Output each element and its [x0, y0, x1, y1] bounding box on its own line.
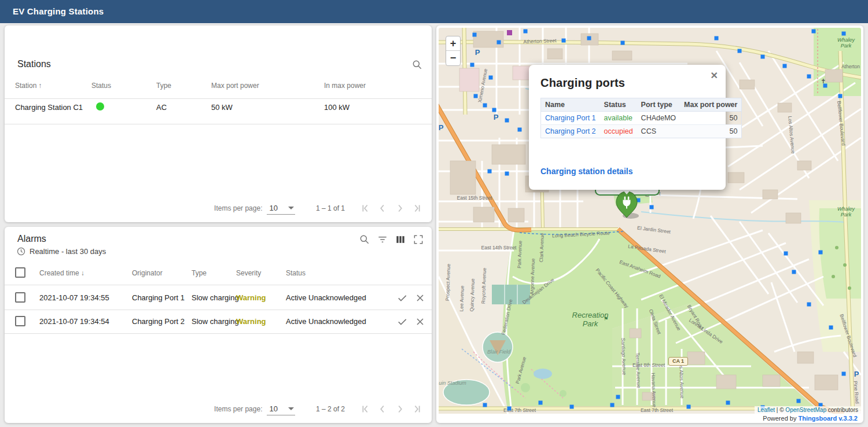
- street-label: Park Avenue: [516, 241, 523, 268]
- street-label: Atherton Street: [523, 38, 556, 45]
- page-size-select[interactable]: 10: [267, 203, 295, 215]
- next-page-button[interactable]: [393, 202, 406, 215]
- port-status: available: [600, 112, 637, 125]
- osm-link[interactable]: OpenStreetMap: [785, 407, 826, 413]
- map-marker-square: [784, 252, 788, 256]
- port-power: 50: [680, 125, 742, 138]
- parking-icon: P: [854, 370, 859, 378]
- map-marker-square: [497, 41, 501, 45]
- street-label: Santiago Avenue: [620, 338, 627, 375]
- col-created-time[interactable]: Created time↓: [39, 269, 84, 277]
- columns-icon[interactable]: [394, 233, 407, 246]
- map-marker-square: [842, 32, 846, 36]
- map-canvas[interactable]: ✝ ⚑ Atherton StreetAthertonXimeno Avenue…: [439, 28, 861, 414]
- street-label: Atherton: [841, 64, 860, 69]
- area-label: Whaley Park: [837, 37, 855, 49]
- ports-table: Name Status Port type Max port power Cha…: [540, 98, 742, 138]
- street-label: Pine Road: [852, 381, 860, 404]
- thingsboard-link[interactable]: Thingsboard v.3.3.2: [799, 415, 858, 422]
- powered-by: Powered by Thingsboard v.3.3.2: [763, 415, 858, 422]
- map-marker-square: [829, 326, 833, 330]
- col-alarm-status[interactable]: Status: [286, 269, 306, 277]
- popup-tip: [623, 190, 631, 194]
- street-label: Lonna Linda Drive: [688, 317, 724, 345]
- items-per-page-label: Items per page:: [214, 405, 262, 413]
- col-originator[interactable]: Originator: [132, 269, 163, 277]
- col-status[interactable]: Status: [91, 82, 111, 90]
- chevron-down-icon: [288, 207, 294, 209]
- app-header: EV Charging Stations: [0, 0, 868, 23]
- charging-station-marker[interactable]: [615, 190, 638, 220]
- leaflet-link[interactable]: Leaflet: [757, 407, 775, 413]
- map-marker-square: [483, 104, 487, 108]
- alarm-severity: Warning: [236, 293, 266, 302]
- map-marker-square: [470, 63, 475, 67]
- station-max-port-power: 50 kW: [211, 103, 233, 112]
- fullscreen-icon[interactable]: [412, 233, 425, 246]
- alarm-created-time: 2021-10-07 19:34:54: [39, 317, 109, 326]
- map-marker-square: [505, 119, 509, 123]
- next-page-button[interactable]: [393, 403, 406, 415]
- port-link[interactable]: Charging Port 2: [545, 127, 596, 135]
- first-page-button[interactable]: [359, 403, 372, 415]
- map-zoom-control: + −: [446, 36, 461, 66]
- street-label: Long Beach Bicycle Route: [552, 230, 610, 238]
- street-label: Federation Drive: [501, 299, 514, 336]
- street-label: Roycroft Avenue: [480, 268, 487, 304]
- stations-title: Stations: [17, 59, 51, 69]
- map-marker-square: [726, 401, 730, 405]
- zoom-out-button[interactable]: −: [446, 51, 460, 65]
- map-marker-square: [807, 303, 811, 307]
- map-marker-square: [687, 405, 691, 409]
- clear-icon[interactable]: [414, 315, 426, 328]
- map-marker-square: [621, 41, 625, 45]
- street-label: East 14th Street: [481, 245, 517, 251]
- street-label: East Anaheim Road: [619, 259, 661, 279]
- col-port-status: Status: [600, 98, 637, 112]
- map-marker-square: [505, 172, 509, 176]
- prev-page-button[interactable]: [376, 202, 389, 215]
- map-panel: ✝ ⚑ Atherton StreetAthertonXimeno Avenue…: [436, 25, 863, 423]
- prev-page-button[interactable]: [376, 403, 389, 415]
- map-marker-square: [812, 30, 816, 34]
- map-marker-square: [792, 270, 796, 274]
- street-label: Pacific Coast Highway: [595, 267, 630, 309]
- street-label: Los Altos Avenue: [678, 360, 685, 398]
- col-station[interactable]: Station↑: [15, 82, 42, 90]
- street-label: Lee Avenue: [458, 285, 465, 311]
- col-port-name: Name: [541, 98, 600, 112]
- port-link[interactable]: Charging Port 1: [545, 114, 596, 122]
- zoom-in-button[interactable]: +: [446, 36, 460, 51]
- area-label: Whaley Park: [837, 206, 855, 218]
- acknowledge-icon[interactable]: [396, 292, 409, 304]
- acknowledge-icon[interactable]: [396, 315, 409, 328]
- col-alarm-type[interactable]: Type: [192, 269, 207, 277]
- charging-station-details-link[interactable]: Charging station details: [540, 167, 632, 176]
- col-severity[interactable]: Severity: [236, 269, 261, 277]
- row-checkbox[interactable]: [15, 292, 25, 303]
- map-marker-square: [616, 395, 620, 399]
- clear-icon[interactable]: [414, 292, 426, 304]
- page-size-select[interactable]: 10: [267, 403, 295, 415]
- col-max-port-power[interactable]: Max port power: [211, 82, 259, 90]
- area-label: Blair Field: [487, 349, 510, 355]
- map-marker-square: [807, 75, 811, 79]
- select-all-checkbox[interactable]: [15, 267, 25, 278]
- row-checkbox[interactable]: [15, 316, 25, 326]
- search-icon[interactable]: [411, 58, 424, 71]
- last-page-button[interactable]: [411, 202, 424, 215]
- station-type: AC: [156, 103, 167, 112]
- col-in-max-power[interactable]: In max power: [324, 82, 366, 90]
- col-type[interactable]: Type: [156, 82, 171, 90]
- map-marker-square: [562, 39, 566, 43]
- last-page-button[interactable]: [411, 403, 424, 415]
- street-label: East 15th Street: [457, 195, 492, 201]
- port-power: 50: [680, 112, 742, 125]
- first-page-button[interactable]: [359, 202, 372, 215]
- street-label: Bellflower Boulevard: [838, 314, 858, 358]
- close-icon[interactable]: ✕: [711, 70, 718, 81]
- search-icon[interactable]: [358, 233, 371, 246]
- station-name: Charging Station C1: [15, 103, 83, 112]
- filter-icon[interactable]: [376, 233, 389, 246]
- map-marker-square: [797, 399, 801, 403]
